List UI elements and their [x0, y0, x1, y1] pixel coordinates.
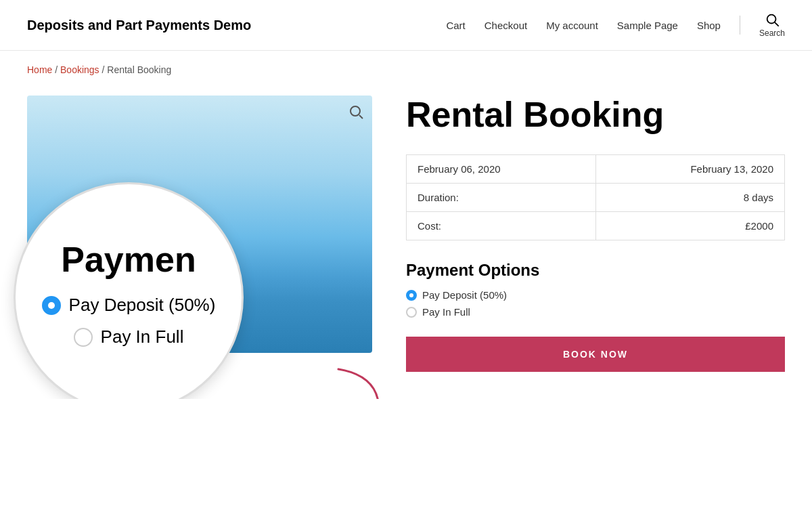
radio-full[interactable]: [406, 307, 417, 318]
nav-sample-page[interactable]: Sample Page: [617, 20, 678, 31]
search-icon: [765, 12, 780, 27]
book-now-button[interactable]: BOOK NOW: [406, 337, 785, 372]
zoom-radio-full[interactable]: [74, 328, 93, 347]
payment-options-title: Payment Options: [406, 261, 785, 280]
table-row-cost: Cost: £2000: [407, 212, 785, 240]
booking-table: February 06, 2020 February 13, 2020 Dura…: [406, 154, 785, 240]
full-label: Pay In Full: [422, 306, 470, 318]
svg-point-2: [351, 106, 360, 116]
search-label: Search: [759, 28, 785, 38]
breadcrumb-bookings[interactable]: Bookings: [60, 64, 99, 75]
zoom-option-full[interactable]: Pay In Full: [74, 326, 184, 347]
nav-shop[interactable]: Shop: [697, 20, 721, 31]
duration-label: Duration:: [407, 184, 596, 212]
table-row-duration: Duration: 8 days: [407, 184, 785, 212]
site-logo: Deposits and Part Payments Demo: [27, 18, 251, 33]
date-start: February 06, 2020: [407, 155, 596, 184]
main-nav: Cart Checkout My account Sample Page Sho…: [446, 12, 785, 38]
breadcrumb-home[interactable]: Home: [27, 64, 52, 75]
nav-divider: [740, 16, 740, 35]
site-header: Deposits and Part Payments Demo Cart Che…: [0, 0, 812, 51]
deposit-label: Pay Deposit (50%): [422, 289, 507, 301]
zoom-radio-deposit[interactable]: [42, 296, 61, 315]
svg-line-1: [775, 23, 779, 26]
duration-value: 8 days: [595, 184, 785, 212]
payment-option-deposit[interactable]: Pay Deposit (50%): [406, 289, 785, 301]
table-row-dates: February 06, 2020 February 13, 2020: [407, 155, 785, 184]
arrow-container: [325, 362, 392, 399]
zoom-label-deposit: Pay Deposit (50%): [69, 295, 216, 316]
zoom-text: Paymen: [61, 242, 196, 277]
payment-option-full[interactable]: Pay In Full: [406, 306, 785, 318]
nav-my-account[interactable]: My account: [546, 20, 598, 31]
right-column: Rental Booking February 06, 2020 Februar…: [406, 96, 785, 372]
radio-deposit[interactable]: [406, 290, 417, 301]
nav-cart[interactable]: Cart: [446, 20, 465, 31]
cost-value: £2000: [595, 212, 785, 240]
magnify-icon[interactable]: [348, 104, 364, 120]
breadcrumb: Home / Bookings / Rental Booking: [0, 51, 812, 82]
zoom-overlay: Paymen Pay Deposit (50%) Pay In Full: [14, 182, 244, 399]
main-content: Paymen Pay Deposit (50%) Pay In Full Ren…: [0, 82, 812, 399]
nav-checkout[interactable]: Checkout: [484, 20, 527, 31]
arrow-icon: [325, 362, 392, 399]
date-end: February 13, 2020: [595, 155, 785, 184]
svg-line-3: [359, 115, 363, 119]
zoom-option-deposit[interactable]: Pay Deposit (50%): [42, 295, 216, 316]
breadcrumb-current: Rental Booking: [107, 64, 171, 75]
product-title: Rental Booking: [406, 96, 785, 134]
left-column: Paymen Pay Deposit (50%) Pay In Full: [27, 96, 372, 372]
zoom-label-full: Pay In Full: [101, 326, 184, 347]
svg-point-0: [767, 15, 776, 24]
cost-label: Cost:: [407, 212, 596, 240]
search-button[interactable]: Search: [759, 12, 785, 38]
